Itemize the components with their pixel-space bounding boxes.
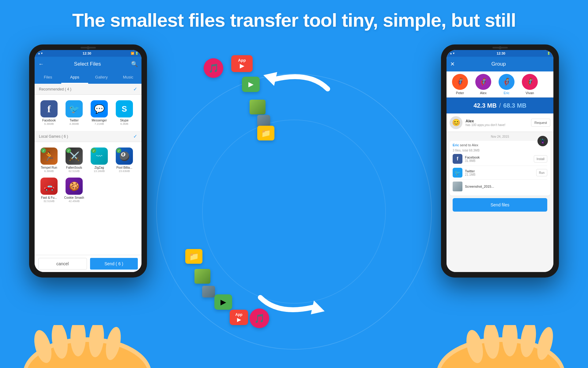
contact-alex[interactable]: 🦸‍♂️ Alex (472, 74, 494, 95)
hand-right-svg (432, 325, 570, 368)
send-button[interactable]: Send ( 6 ) (90, 258, 138, 270)
recommended-header: Recommended ( 4 ) ✓ (35, 84, 141, 95)
left-app-bar: ← Select Files 🔍 (35, 57, 141, 71)
right-status-left: ▲▼ (450, 52, 455, 55)
float-photo-top2 (257, 115, 270, 127)
tab-files[interactable]: Files (35, 71, 61, 84)
float-music-icon-top: 🎵 (204, 58, 223, 78)
screenshot-file-name: Screenshot_2015... (465, 185, 547, 188)
facebook-install-button[interactable]: Install (534, 155, 547, 163)
temple-name: Tempel Run (41, 166, 57, 170)
phone-right-frame: ▲▼ 12:30 🔋 ✕ Group 🦸 Peter (441, 44, 559, 278)
chat-date: Nov 24, 2015 (450, 135, 550, 138)
hand-right-container (432, 325, 570, 368)
tab-gallery[interactable]: Gallery (88, 71, 115, 84)
hand-left-container (18, 325, 156, 368)
close-icon[interactable]: ✕ (450, 61, 455, 67)
fallen-check: ✓ (66, 148, 71, 153)
cookie-name: Cookie Smash (64, 196, 84, 200)
contact-vivan[interactable]: 🦸‍♀️ Vivan (519, 74, 541, 95)
skype-size: 6.3MB (120, 122, 128, 125)
transfer-received: 42.3 MB (473, 102, 497, 109)
skype-icon-box: S (116, 100, 133, 117)
facebook-name: Facebook (42, 119, 56, 122)
left-time: 12:30 (83, 52, 91, 55)
alex-receiver-name: Alex (472, 143, 478, 147)
games-check-all[interactable]: ✓ (133, 133, 137, 139)
peter-name: Peter (456, 91, 464, 95)
svg-marker-1 (311, 301, 325, 314)
zigzag-size: 13.16MB (94, 170, 105, 173)
zigzag-name: ZigZag (94, 166, 104, 170)
vivan-avatar: 🦸‍♀️ (522, 74, 538, 90)
app-skype[interactable]: S Skype 6.3MB (112, 98, 136, 127)
twitter-name: Twitter (70, 119, 78, 122)
back-icon[interactable]: ← (38, 61, 44, 67)
eric-avatar: 🦸‍♀️ (499, 74, 514, 90)
games-header: Local Games ( 6 ) ✓ (35, 131, 141, 142)
twitter-file-icon: 🐦 (453, 168, 462, 178)
search-icon[interactable]: 🔍 (131, 61, 138, 67)
zigzag-check: ✓ (91, 148, 96, 153)
tab-music[interactable]: Music (115, 71, 141, 84)
facebook-file-name: Facebook (465, 155, 531, 159)
temple-check: ✓ (41, 148, 46, 153)
app-zigzag[interactable]: ✓ 〰 ZigZag 13.16MB (87, 146, 111, 174)
message-bubble: 🦹 Eric send to Alex 3 files, total 68.3M… (450, 141, 550, 196)
recommend-check-all[interactable]: ✓ (133, 86, 137, 92)
app-twitter[interactable]: 🐦 Twitter 4.36MB (62, 98, 86, 127)
float-folder-icon-bottom: 📁 (185, 249, 202, 264)
app-pool[interactable]: ✓ 🎱 Pool Billia... 23.63MB (112, 146, 136, 174)
app-fallen-souls[interactable]: ✓ ⚔️ FallenSouls 62.51MB (62, 146, 86, 174)
phone-right-camera (499, 46, 502, 49)
fallen-size: 62.51MB (69, 170, 80, 173)
alex-info: Alex has 100 apps,you don't have! (466, 119, 528, 127)
alex-request-avatar: 😊 (450, 116, 462, 129)
group-title: Group (458, 61, 539, 67)
alex-avatar: 🦸‍♂️ (475, 74, 491, 90)
float-app-icon-top: App ▶ (231, 55, 253, 72)
contact-eric[interactable]: 🦸‍♀️ Eric (496, 74, 518, 95)
twitter-run-button[interactable]: Run (536, 169, 547, 176)
app-facebook[interactable]: f Facebook 6.36MB (37, 98, 61, 127)
left-app-title: Select Files (47, 61, 128, 67)
eric-sender-name: Eric (453, 143, 459, 147)
float-photo-bottom2 (202, 286, 215, 297)
messenger-name: Messenger (92, 119, 107, 122)
right-app-bar: ✕ Group (447, 57, 553, 71)
send-files-button[interactable]: Send files (453, 198, 547, 212)
facebook-file-info: Facebook 31.9MB (465, 155, 531, 163)
float-music-icon-bottom: 🎵 (250, 309, 269, 328)
screenshot-thumb (453, 182, 462, 191)
contact-peter[interactable]: 🦸 Peter (449, 74, 471, 95)
fast-name: Fast & Fu... (41, 196, 57, 200)
app-fast-furious[interactable]: 🚗 Fast & Fu... 32.51MB (37, 176, 61, 205)
left-status-icons: ▲▼ (38, 52, 43, 55)
request-button[interactable]: Request (531, 119, 550, 127)
pool-icon-box: ✓ 🎱 (116, 148, 133, 165)
app-messenger[interactable]: 💬 Messenger 7.21MB (87, 98, 111, 127)
middle-section: 🎵 App ▶ ▶ 📁 📁 ▶ App ▶ 🎵 (149, 49, 439, 337)
app-label-bottom: App (235, 312, 242, 317)
phone-right-screen: ▲▼ 12:30 🔋 ✕ Group 🦸 Peter (447, 50, 553, 272)
phone-right: ▲▼ 12:30 🔋 ✕ Group 🦸 Peter (441, 44, 559, 278)
games-grid: ✓ 🏃 Tempel Run 6.36MB ✓ ⚔️ FallenSouls (35, 142, 141, 208)
hand-left-svg (18, 325, 156, 368)
facebook-size: 6.36MB (44, 122, 54, 125)
svg-marker-0 (263, 72, 277, 86)
app-temple-run[interactable]: ✓ 🏃 Tempel Run 6.36MB (37, 146, 61, 174)
arrow-top (254, 64, 334, 101)
phone-left-screen: ▲▼ 12:30 📶 🔋 ← Select Files 🔍 Files (35, 50, 141, 272)
cancel-button[interactable]: cancel (38, 258, 87, 270)
page-title: The smallest files transfer tool tiny, s… (0, 9, 588, 31)
facebook-file-size: 31.9MB (465, 159, 531, 163)
tab-apps[interactable]: Apps (61, 71, 88, 84)
fallen-icon-box: ✓ ⚔️ (66, 148, 83, 165)
left-battery-icons: 📶 🔋 (131, 52, 138, 55)
app-cookie-smash[interactable]: 🍪 Cookie Smash 42.45MB (62, 176, 86, 205)
right-time: 12:30 (497, 52, 505, 55)
recommended-grid: f Facebook 6.36MB 🐦 Twitter 4.36MB (35, 95, 141, 131)
temple-icon-box: ✓ 🏃 (40, 148, 58, 165)
float-photo-bottom1 (194, 269, 210, 284)
fallen-name: FallenSouls (66, 166, 82, 170)
